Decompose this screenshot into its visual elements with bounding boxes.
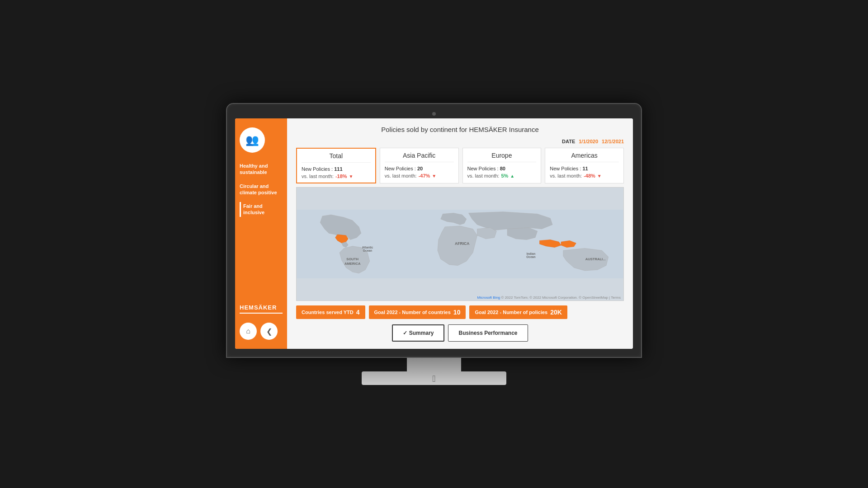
apple-logo:  <box>362 371 506 384</box>
svg-text:Atlantic: Atlantic <box>362 246 373 249</box>
region-card-europe[interactable]: Europe New Policies : 80 vs. last month:… <box>462 148 542 183</box>
arrow-up-europe: ▲ <box>510 174 514 178</box>
svg-text:Ocean: Ocean <box>526 255 535 258</box>
policies-row-asia: New Policies : 20 <box>385 166 454 171</box>
back-button[interactable]: ❮ <box>260 323 278 340</box>
arrow-down-americas: ▼ <box>597 174 602 178</box>
region-card-americas[interactable]: Americas New Policies : 11 vs. last mont… <box>545 148 624 183</box>
world-map: Atlantic Ocean SOUTH AMERICA AFRICA Indi… <box>296 187 624 301</box>
region-card-asia[interactable]: Asia Pacific New Policies : 20 vs. last … <box>380 148 459 183</box>
stat-goal-countries[interactable]: Goal 2022 - Number of countries 10 <box>369 305 466 319</box>
map-copyright: Microsoft Bing © 2022 TomTom; © 2022 Mic… <box>477 296 621 300</box>
vs-row-europe: vs. last month: 5% ▲ <box>467 173 537 178</box>
stat-countries-served[interactable]: Countries served YTD 4 <box>296 305 365 319</box>
svg-text:Ocean: Ocean <box>363 249 372 252</box>
svg-text:AFRICA: AFRICA <box>455 241 469 246</box>
sidebar-item-healthy[interactable]: Healthy and sustainable <box>240 162 283 177</box>
brand-logo: 👥 <box>240 127 265 153</box>
monitor-base:  <box>362 371 506 385</box>
vs-row-total: vs. last month: -18% ▼ <box>302 174 371 179</box>
svg-text:Indian: Indian <box>527 252 536 255</box>
bottom-nav: ✓ Summary Business Performance <box>296 324 624 342</box>
sidebar-item-circular[interactable]: Circular and climate positive <box>240 182 283 197</box>
region-title-asia: Asia Pacific <box>385 152 454 162</box>
policies-row-americas: New Policies : 11 <box>550 166 619 171</box>
map-svg: Atlantic Ocean SOUTH AMERICA AFRICA Indi… <box>297 188 623 300</box>
region-card-total[interactable]: Total New Policies : 111 vs. last month:… <box>296 148 376 183</box>
region-title-total: Total <box>302 152 371 163</box>
arrow-down-asia: ▼ <box>432 174 436 178</box>
sidebar-nav: Healthy and sustainable Circular and cli… <box>240 162 283 300</box>
date-end[interactable]: 12/1/2021 <box>602 139 624 144</box>
region-title-americas: Americas <box>550 152 619 162</box>
page-title: Policies sold by continent for HEMSÄKER … <box>296 126 624 133</box>
main-content: Policies sold by continent for HEMSÄKER … <box>287 118 633 349</box>
home-button[interactable]: ⌂ <box>240 323 257 340</box>
svg-text:AUSTRALI...: AUSTRALI... <box>585 257 606 261</box>
stats-row: Countries served YTD 4 Goal 2022 - Numbe… <box>296 305 624 319</box>
stat-goal-policies[interactable]: Goal 2022 - Number of policies 20K <box>469 305 567 319</box>
vs-row-asia: vs. last month: -47% ▼ <box>385 173 454 178</box>
sidebar-item-fair[interactable]: Fair and inclusive <box>240 202 283 217</box>
svg-text:AMERICA: AMERICA <box>344 262 361 266</box>
policies-row-europe: New Policies : 80 <box>467 166 537 171</box>
business-performance-button[interactable]: Business Performance <box>448 324 528 342</box>
date-label: DATE <box>562 139 575 144</box>
policies-row-total: New Policies : 111 <box>302 166 371 172</box>
svg-text:SOUTH: SOUTH <box>346 257 359 261</box>
monitor-neck <box>407 358 461 371</box>
region-cards: Total New Policies : 111 vs. last month:… <box>296 148 624 183</box>
brand-name: HEMSÄKER <box>240 300 283 314</box>
date-filter: DATE 1/1/2020 12/1/2021 <box>296 139 624 144</box>
arrow-down-total: ▼ <box>349 174 354 179</box>
logo-icon: 👥 <box>245 134 259 146</box>
region-title-europe: Europe <box>467 152 537 162</box>
summary-button[interactable]: ✓ Summary <box>392 324 444 342</box>
sidebar-bottom-buttons: ⌂ ❮ <box>240 323 283 340</box>
date-start[interactable]: 1/1/2020 <box>579 139 598 144</box>
sidebar: 👥 Healthy and sustainable Circular and c… <box>235 118 287 349</box>
vs-row-americas: vs. last month: -48% ▼ <box>550 173 619 178</box>
